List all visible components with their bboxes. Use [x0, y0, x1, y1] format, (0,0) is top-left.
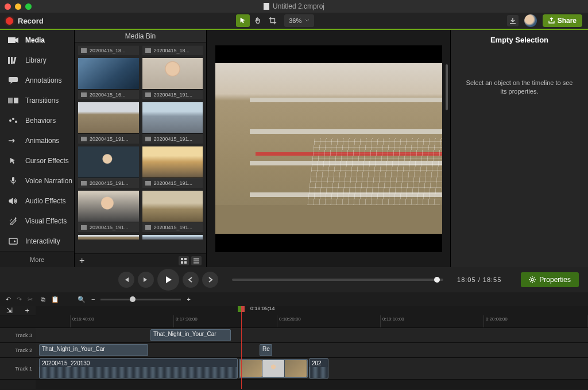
track-3-lane[interactable]: That_Night_in_Your_Car [36, 328, 588, 343]
canvas-area[interactable] [207, 30, 450, 267]
svg-point-8 [12, 118, 14, 120]
share-button[interactable]: Share [543, 14, 582, 27]
svg-rect-15 [184, 261, 187, 264]
track-1-lane[interactable]: 20200415_220130 202 [36, 358, 588, 380]
record-button[interactable]: Record [18, 17, 44, 25]
timeline-clip[interactable]: That_Night_in_Your_Car [150, 329, 231, 341]
sidebar-item-audio-effects[interactable]: Audio Effects [0, 191, 74, 211]
sidebar-item-voice-narration[interactable]: Voice Narration [0, 171, 74, 191]
playback-scrubber[interactable] [232, 279, 443, 281]
video-icon [145, 92, 151, 97]
grid-view-button[interactable] [179, 256, 189, 265]
media-clip[interactable]: 20200415_191... [142, 146, 203, 188]
chevron-down-icon [305, 18, 310, 23]
annotations-icon [8, 76, 18, 84]
user-avatar[interactable] [524, 14, 537, 27]
track-labels: ⇲ + Track 3 Track 2 Track 1 [0, 306, 36, 389]
tracks-area[interactable]: 0:16:40;00 0:17:30;00 0:18:20;00 0:19:10… [36, 306, 588, 389]
redo-button[interactable]: ↷ [17, 296, 22, 303]
prev-clip-button[interactable] [183, 272, 199, 288]
next-frame-button[interactable] [138, 272, 154, 288]
media-clip[interactable]: 20200415_191... [78, 102, 139, 144]
canvas-scrollbar[interactable] [446, 64, 448, 110]
svg-rect-10 [12, 177, 14, 182]
timeline-clip[interactable]: 20200415_220130 [39, 358, 238, 379]
playhead-handle[interactable] [238, 306, 245, 312]
timeline-tools: ↶ ↷ ✂ ⧉ 📋 🔍 − + [0, 292, 588, 306]
paste-button[interactable]: 📋 [51, 296, 59, 303]
media-bin-title: Media Bin [75, 30, 206, 43]
timeline-clip[interactable]: That_Night_in_Your_Car [39, 344, 148, 356]
media-clip[interactable] [78, 235, 139, 240]
share-icon [548, 17, 555, 24]
audio-effects-icon [8, 197, 18, 205]
media-clip[interactable]: 20200415_16... [78, 58, 139, 99]
svg-rect-5 [8, 98, 13, 103]
canvas-zoom-dropdown[interactable]: 36% [284, 14, 314, 27]
svg-rect-13 [184, 258, 187, 260]
scrubber-handle[interactable] [434, 277, 440, 283]
sidebar-item-library[interactable]: Library [0, 50, 74, 70]
playhead[interactable]: 0:18:05;14 [241, 306, 242, 389]
timeline-clip[interactable]: 202 [309, 358, 328, 379]
animations-icon [8, 137, 18, 145]
sidebar-item-visual-effects[interactable]: Visual Effects [0, 211, 74, 231]
track-1-label[interactable]: Track 1 [0, 358, 36, 380]
svg-rect-6 [14, 98, 18, 103]
next-clip-button[interactable] [202, 272, 218, 288]
track-2-lane[interactable]: That_Night_in_Your_Car Re [36, 343, 588, 358]
timeline-clip[interactable] [239, 359, 308, 378]
media-clip[interactable]: 20200415_191... [142, 102, 203, 144]
sidebar-item-media[interactable]: Media [0, 30, 74, 50]
sidebar-item-cursor-effects[interactable]: Cursor Effects [0, 150, 74, 171]
copy-button[interactable]: ⧉ [41, 296, 45, 303]
cursor-tool-button[interactable] [236, 14, 250, 27]
document-icon [264, 3, 269, 10]
media-clip[interactable] [142, 235, 203, 240]
media-bin-grid[interactable]: 20200415_18... 20200415_18... 20200415_1… [75, 43, 206, 253]
media-clip[interactable]: 20200415_191... [78, 191, 139, 232]
list-view-button[interactable] [191, 256, 202, 265]
video-icon [145, 181, 151, 186]
crop-tool-button[interactable] [266, 14, 280, 27]
properties-button[interactable]: Properties [521, 272, 579, 287]
sidebar-item-animations[interactable]: Animations [0, 130, 74, 150]
video-icon [145, 48, 151, 53]
track-3-label[interactable]: Track 3 [0, 328, 36, 343]
timeline-zoom-out[interactable]: − [91, 296, 95, 303]
timeline-zoom-slider[interactable] [100, 299, 181, 300]
play-button[interactable] [157, 269, 179, 291]
media-clip[interactable]: 20200415_191... [78, 146, 139, 188]
zoom-slider-handle[interactable] [130, 296, 136, 302]
timeline-ruler[interactable]: 0:16:40;00 0:17:30;00 0:18:20;00 0:19:10… [36, 315, 588, 328]
media-bin: Media Bin 20200415_18... 20200415_18... … [75, 30, 207, 267]
canvas[interactable] [215, 45, 442, 252]
media-clip[interactable]: 20200415_18... [78, 45, 139, 55]
playhead-time: 0:18:05;14 [250, 306, 275, 311]
media-clip[interactable]: 20200415_191... [142, 191, 203, 232]
timeline-zoom-in[interactable]: + [187, 296, 190, 303]
svg-rect-16 [194, 258, 199, 260]
media-clip[interactable]: 20200415_18... [142, 45, 203, 55]
undo-button[interactable]: ↶ [6, 296, 11, 303]
sidebar-item-transitions[interactable]: Transitions [0, 90, 74, 110]
zoom-value: 36% [289, 17, 301, 24]
pan-tool-button[interactable] [251, 14, 265, 27]
prev-frame-button[interactable] [118, 272, 134, 288]
timeline-clip[interactable]: Re [260, 344, 272, 356]
sidebar-item-annotations[interactable]: Annotations [0, 70, 74, 90]
track-2-label[interactable]: Track 2 [0, 343, 36, 358]
behaviors-icon [8, 117, 18, 125]
add-track-button[interactable]: + [25, 306, 30, 315]
media-clip[interactable]: 20200415_191... [142, 58, 203, 99]
cut-button[interactable]: ✂ [28, 296, 33, 303]
track-header-controls: ⇲ + [0, 306, 36, 315]
add-media-button[interactable]: + [79, 256, 84, 266]
sidebar-item-interactivity[interactable]: Interactivity [0, 231, 74, 251]
collapse-tracks-button[interactable]: ⇲ [6, 306, 13, 315]
sidebar-more[interactable]: More [0, 251, 74, 267]
download-button[interactable] [507, 15, 519, 26]
library-icon [8, 56, 18, 64]
sidebar-item-behaviors[interactable]: Behaviors [0, 110, 74, 130]
playback-bar: 18:05 / 18:55 Properties [0, 267, 588, 292]
